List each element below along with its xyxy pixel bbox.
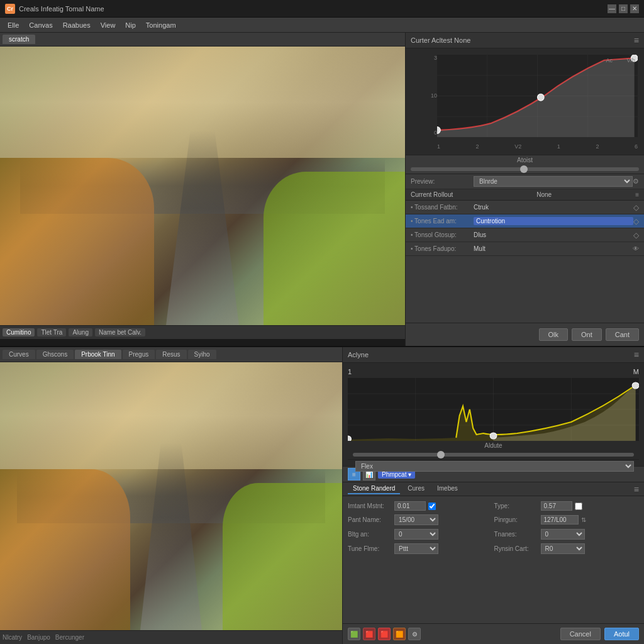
curve-canvas[interactable]: Ac V/h <box>437 55 638 137</box>
field-select-bltg[interactable]: 0 <box>394 529 438 540</box>
form-field-pinrgun: Pinrgun: ⇅ <box>494 513 640 526</box>
prop-value-1[interactable]: Cuntrotion <box>474 217 633 225</box>
form-field-tune: Tune Flme: Pttt <box>348 542 493 555</box>
form-field-pant: Pant Name: 15/00 <box>348 513 493 526</box>
red-icon-btn-2[interactable]: 🟥 <box>378 628 391 640</box>
tab-syiho[interactable]: Syiho <box>188 350 216 359</box>
top-panel-menu-icon[interactable]: ≡ <box>634 35 639 45</box>
field-checkbox-imtant[interactable] <box>428 502 436 510</box>
field-label-pinrgun: Pinrgun: <box>494 516 538 523</box>
footer-tab-alung[interactable]: Alung <box>69 328 92 336</box>
field-checkbox-type[interactable] <box>575 502 582 510</box>
rollout-menu-icon[interactable]: ≡ <box>635 191 639 198</box>
form-field-rynsin: Rynsin Cart: R0 <box>494 542 640 555</box>
field-select-tune[interactable]: Pttt <box>394 543 438 554</box>
prop-row-1: Tones Ead am: Cuntrotion ◇ <box>406 214 644 228</box>
footer-tab-cumitino[interactable]: Cumitino <box>3 328 35 336</box>
ok-button[interactable]: Olk <box>539 328 569 341</box>
menu-view[interactable]: View <box>96 20 121 30</box>
field-select-tnanes[interactable]: 0 <box>541 529 585 540</box>
settings-icon-btn[interactable]: ⚙ <box>408 628 421 640</box>
histogram-label-left: 1 <box>348 368 352 375</box>
field-label-type: Type: <box>494 502 538 509</box>
preset-row: Flex <box>348 460 639 473</box>
histogram-slider-thumb[interactable] <box>437 451 445 458</box>
tab-curves[interactable]: Curves <box>3 350 35 359</box>
menu-elle[interactable]: Elle <box>3 20 24 30</box>
menu-nip[interactable]: Nip <box>120 20 141 30</box>
tab-pregus[interactable]: Pregus <box>123 350 155 359</box>
props-tab-menu-icon[interactable]: ≡ <box>634 484 639 494</box>
canvas-tab-bar: scratch <box>0 33 405 47</box>
prop-label-2: Tonsol Gtosup: <box>411 231 474 238</box>
tab-ghscons[interactable]: Ghscons <box>36 350 74 359</box>
ont-button[interactable]: Ont <box>572 328 602 341</box>
preview-settings-icon[interactable]: ⚙ <box>633 177 639 186</box>
histogram-slider-track[interactable] <box>353 453 634 457</box>
props-tab-cures[interactable]: Cures <box>402 484 430 494</box>
histogram-chart[interactable] <box>348 378 639 441</box>
bottom-trees-right <box>223 483 342 630</box>
bottom-section: Curves Ghscons Prbook Tinn Pregus Resus … <box>0 347 644 644</box>
cancel-button[interactable]: Cant <box>606 328 639 341</box>
window-title: Creals Infeatig Tomal Name <box>19 5 604 13</box>
footer-bercunger: Bercunger <box>55 634 84 641</box>
top-panel-header: Curter Acltest None ≡ <box>406 33 644 48</box>
field-input-imtant[interactable] <box>394 501 426 511</box>
adjust-slider-thumb[interactable] <box>520 165 528 173</box>
svg-point-18 <box>632 382 639 389</box>
histogram-slider-row <box>348 450 639 460</box>
curve-y-axis: 3 10 0 <box>425 55 437 136</box>
close-button[interactable]: ✕ <box>630 4 639 13</box>
minimize-button[interactable]: — <box>608 4 616 13</box>
prop-diamond-icon-0[interactable]: ◇ <box>633 203 639 212</box>
green-icon-btn[interactable]: 🟩 <box>348 628 360 640</box>
menu-canvas[interactable]: Canvas <box>24 20 57 30</box>
adjust-slider-track[interactable] <box>411 167 639 171</box>
prop-diamond-icon-2[interactable]: ◇ <box>633 231 639 240</box>
maximize-button[interactable]: □ <box>619 4 628 13</box>
curve-label-ac: Ac <box>606 57 613 64</box>
field-input-pinrgun[interactable] <box>541 515 579 525</box>
field-label-bltg: Bltg an: <box>348 531 392 538</box>
footer-tab-name[interactable]: Name bet Calv. <box>95 328 145 336</box>
bottom-image-viewport[interactable] <box>0 362 342 630</box>
bottom-canvas-footer: Nlcatry Banjupo Bercunger <box>0 630 342 644</box>
title-bar: Cr Creals Infeatig Tomal Name — □ ✕ <box>0 0 644 18</box>
prop-eye-icon-3[interactable]: 👁 <box>633 245 639 252</box>
field-input-type[interactable] <box>541 501 572 511</box>
orange-icon-btn[interactable]: 🟧 <box>393 628 406 640</box>
prop-row-3: Tones Fadupo: Mult 👁 <box>406 242 644 256</box>
prop-label-3: Tones Fadupo: <box>411 245 474 252</box>
histogram-slider-label: Aldute <box>348 441 639 450</box>
bottom-panel-menu-icon[interactable]: ≡ <box>634 350 639 360</box>
tab-resus[interactable]: Resus <box>156 350 186 359</box>
cancel-button-bottom[interactable]: Cancel <box>560 628 601 640</box>
bottom-canvas-area: Curves Ghscons Prbook Tinn Pregus Resus … <box>0 347 342 644</box>
footer-banjupo: Banjupo <box>27 634 50 641</box>
field-select-rynsin[interactable]: R0 <box>541 543 585 554</box>
props-tab-stone[interactable]: Stone Randerd <box>348 484 400 494</box>
red-icon-btn-1[interactable]: 🟥 <box>363 628 375 640</box>
prop-diamond-icon-1[interactable]: ◇ <box>633 217 639 226</box>
preview-select[interactable]: Blnrde <box>474 176 633 187</box>
footer-tab-tlet[interactable]: Tlet Tra <box>37 328 66 336</box>
field-select-pant[interactable]: 15/00 <box>394 514 438 525</box>
prop-value-0: Ctruk <box>474 204 633 211</box>
menu-raabues[interactable]: Raabues <box>58 20 96 30</box>
top-canvas-area: scratch Cumitino Tlet Tra Alung Name bet… <box>0 33 405 346</box>
main-container: scratch Cumitino Tlet Tra Alung Name bet… <box>0 33 644 644</box>
curve-x-axis: 1 2 V2 1 2 6 <box>437 143 638 150</box>
pinrgun-arrows-icon[interactable]: ⇅ <box>581 516 586 523</box>
menu-toningam[interactable]: Toningam <box>141 20 181 30</box>
top-image-viewport[interactable] <box>0 47 405 325</box>
props-tab-imebes[interactable]: Imebes <box>432 484 463 494</box>
preset-select[interactable]: Flex <box>355 461 634 472</box>
form-field-imtant: Imtant Mstnt: <box>348 500 493 512</box>
tab-prbook[interactable]: Prbook Tinn <box>75 350 121 359</box>
apply-button[interactable]: Aotul <box>604 628 639 640</box>
preview-row: Preview: Blnrde ⚙ <box>406 174 644 189</box>
tab-scratch[interactable]: scratch <box>3 35 35 44</box>
bottom-panel-title: Aclyne <box>348 351 369 358</box>
window-controls[interactable]: — □ ✕ <box>608 4 639 13</box>
